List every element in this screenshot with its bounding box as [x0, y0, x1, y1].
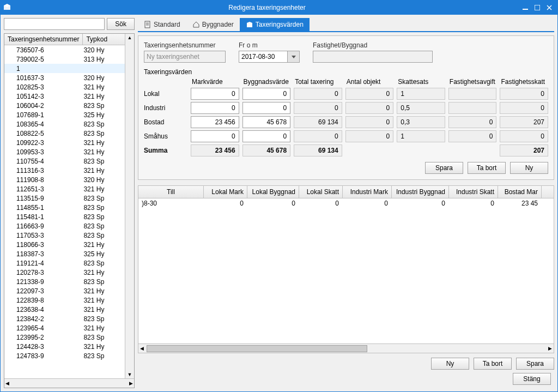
minimize-button[interactable]: [519, 2, 531, 14]
list-item[interactable]: 111908-8320 Hy: [4, 175, 125, 184]
bygg-input[interactable]: [242, 102, 291, 114]
date-dropdown-button[interactable]: [288, 51, 300, 63]
hist-col-header[interactable]: Lokal Mark: [204, 186, 247, 198]
list-item[interactable]: 124428-3321 Hy: [4, 342, 125, 351]
footer-delete-button[interactable]: Ta bort: [474, 358, 512, 370]
list-item[interactable]: 117053-3823 Sp: [4, 231, 125, 240]
list-item[interactable]: 739002-5313 Hy: [4, 55, 125, 64]
sum-label: Summa: [144, 147, 187, 154]
list-item[interactable]: 1: [4, 64, 125, 73]
list-item[interactable]: 118066-3321 Hy: [4, 240, 125, 249]
bygg-input[interactable]: [242, 88, 291, 100]
skattesats-value: 0,3: [397, 116, 445, 128]
list-item[interactable]: 123638-4321 Hy: [4, 305, 125, 314]
col-header: Antal objekt: [345, 78, 394, 86]
hist-col-header[interactable]: Lokal Byggnad: [247, 186, 299, 198]
scroll-left-icon[interactable]: ◀: [5, 381, 9, 386]
hist-col-header[interactable]: Lokal Skatt: [299, 186, 343, 198]
footer-new-button[interactable]: Ny: [431, 358, 469, 370]
list-item[interactable]: 109953-3321 Hy: [4, 147, 125, 156]
list-item[interactable]: 114855-1823 Sp: [4, 203, 125, 212]
list-item[interactable]: 108365-4823 Sp: [4, 119, 125, 129]
list-item[interactable]: 123995-2823 Sp: [4, 333, 125, 342]
list-item[interactable]: 101637-3320 Hy: [4, 73, 125, 82]
list-item[interactable]: 118387-3325 Hy: [4, 249, 125, 258]
panel-new-button[interactable]: Ny: [510, 162, 548, 174]
total-value: 0: [294, 88, 342, 100]
list-item[interactable]: 119121-4823 Sp: [4, 258, 125, 268]
hist-col-header[interactable]: Industri Skatt: [449, 186, 498, 198]
list-item[interactable]: 113515-9823 Sp: [4, 194, 125, 203]
search-button[interactable]: Sök: [107, 18, 135, 30]
list-item[interactable]: 108822-5823 Sp: [4, 129, 125, 138]
avgift-value: 0: [448, 116, 497, 128]
row-label: Industri: [144, 104, 187, 112]
row-label: Småhus: [144, 132, 187, 140]
list-item[interactable]: 112651-3321 Hy: [4, 184, 125, 194]
mark-input[interactable]: [191, 88, 239, 100]
hist-col-header[interactable]: Industri Mark: [343, 186, 392, 198]
unit-list-grid[interactable]: Taxeringsenhetsnummer Typkod 736507-6320…: [4, 33, 135, 388]
col-header[interactable]: Taxeringsenhetsnummer: [4, 34, 83, 45]
bygg-input[interactable]: [242, 116, 291, 128]
skatt-value: 207: [500, 116, 548, 128]
list-item[interactable]: 736507-6320 Hy: [4, 45, 125, 55]
tab-standard[interactable]: Standard: [138, 18, 186, 31]
skattesats-value: 1: [397, 130, 445, 142]
list-item[interactable]: 109922-3321 Hy: [4, 138, 125, 147]
list-item[interactable]: 124783-9823 Sp: [4, 351, 125, 360]
scroll-thumb[interactable]: [147, 345, 367, 352]
col-header[interactable]: Typkod: [83, 34, 125, 45]
sum-total: 69 134: [294, 144, 342, 156]
history-horizontal-scrollbar[interactable]: ◀ ▶: [138, 343, 554, 353]
scroll-right-icon[interactable]: ▶: [547, 346, 554, 351]
panel-delete-button[interactable]: Ta bort: [468, 162, 506, 174]
vertical-scrollbar[interactable]: ▲ ▼: [125, 34, 134, 378]
total-value: 69 134: [294, 116, 342, 128]
list-item[interactable]: 120278-3321 Hy: [4, 268, 125, 277]
mark-input[interactable]: [191, 102, 239, 114]
tab-byggnader[interactable]: Byggnader: [186, 18, 240, 31]
list-item[interactable]: 105142-3321 Hy: [4, 92, 125, 101]
list-item[interactable]: 107689-1325 Hy: [4, 110, 125, 119]
scroll-up-icon[interactable]: ▲: [128, 35, 132, 40]
close-dialog-button[interactable]: Stäng: [513, 373, 551, 385]
scroll-down-icon[interactable]: ▼: [128, 372, 132, 377]
titlebar: Redigera taxeringsenheter: [1, 1, 557, 15]
horizontal-scrollbar[interactable]: ◀ ▶: [4, 378, 134, 388]
skatt-value: 0: [500, 88, 548, 100]
tax-number-input[interactable]: [144, 51, 226, 63]
list-item[interactable]: 123965-4321 Hy: [4, 323, 125, 333]
bygg-input[interactable]: [242, 130, 291, 142]
list-item[interactable]: 116663-9823 Sp: [4, 221, 125, 231]
maximize-button[interactable]: [531, 2, 543, 14]
history-grid[interactable]: TillLokal MarkLokal ByggnadLokal SkattIn…: [138, 185, 554, 353]
list-item[interactable]: 121338-9823 Sp: [4, 277, 125, 286]
svg-rect-2: [535, 5, 540, 10]
values-grid: MarkvärdeByggnadsvärdeTotal taxeringAnta…: [144, 78, 548, 156]
tab-taxeringsvärden[interactable]: Taxeringsvärden: [240, 18, 310, 31]
close-button[interactable]: [543, 2, 555, 14]
panel-save-button[interactable]: Spara: [425, 162, 463, 174]
history-row[interactable]: )8-3000000023 45: [138, 198, 554, 208]
hist-col-header[interactable]: Bostad Mar: [498, 186, 542, 198]
scroll-right-icon[interactable]: ▶: [129, 381, 133, 386]
hist-col-header[interactable]: Industri Byggnad: [392, 186, 449, 198]
list-item[interactable]: 111316-3321 Hy: [4, 166, 125, 175]
list-item[interactable]: 106004-2823 Sp: [4, 101, 125, 110]
list-item[interactable]: 122839-8321 Hy: [4, 295, 125, 305]
scroll-left-icon[interactable]: ◀: [138, 346, 145, 351]
search-input[interactable]: [4, 18, 105, 30]
footer-save-button[interactable]: Spara: [516, 358, 554, 370]
col-header: Skattesats: [397, 78, 445, 86]
from-date-input[interactable]: [239, 51, 288, 63]
antal-value: 0: [345, 130, 394, 142]
mark-input[interactable]: [191, 116, 239, 128]
list-item[interactable]: 123842-2823 Sp: [4, 314, 125, 323]
list-item[interactable]: 115481-1823 Sp: [4, 212, 125, 221]
mark-input[interactable]: [191, 130, 239, 142]
list-item[interactable]: 122097-3321 Hy: [4, 286, 125, 295]
list-item[interactable]: 102825-3321 Hy: [4, 82, 125, 92]
list-item[interactable]: 110755-4823 Sp: [4, 156, 125, 166]
hist-col-header[interactable]: Till: [138, 186, 204, 198]
